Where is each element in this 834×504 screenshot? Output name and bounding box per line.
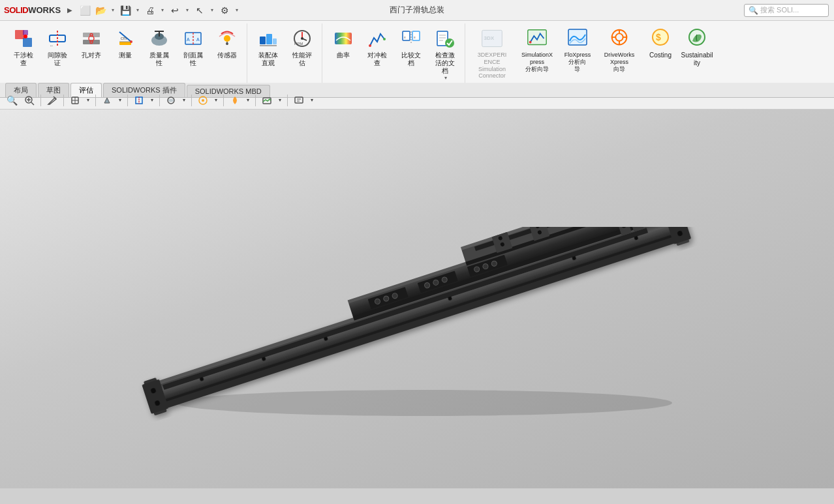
performance-icon: RPM [290,27,314,50]
new-button[interactable]: ⬜ [78,3,92,18]
svg-point-72 [202,99,204,102]
flopress-button[interactable]: FloXpress分析向导 [559,23,596,76]
flopress-label: FloXpress分析向导 [564,52,591,72]
svg-point-37 [383,38,386,40]
display-mode-dropdown[interactable]: ▾ [180,93,188,108]
sensors-button[interactable]: 传感器 [210,23,244,76]
costing-label: Costing [649,52,672,59]
view-orient-dropdown[interactable]: ▾ [84,93,92,108]
hole-align-label: 孔对齐 [82,52,101,59]
svg-rect-81 [155,234,685,411]
3dexperience-icon: 3DX [480,27,504,50]
svg-rect-1 [23,38,32,47]
interference-check-icon [12,27,35,50]
svg-point-54 [615,33,623,40]
display-mode-button[interactable] [163,93,179,108]
options-button[interactable]: ⚙ [217,3,232,18]
appearance-button[interactable] [227,93,243,108]
curvature-label: 曲率 [337,52,350,59]
driveworks-button[interactable]: DriveWorksXpress向导 [596,23,643,76]
curvature-button[interactable]: 曲率 [326,23,360,76]
assembly-view-button[interactable]: 装配体直观 [251,23,285,76]
performance-label: 性能评估 [292,52,312,67]
sketch-tools-button[interactable] [44,93,60,108]
print-dropdown[interactable]: ▾ [159,3,166,18]
display-style-button[interactable] [99,93,115,108]
display-style-dropdown[interactable]: ▾ [116,93,124,108]
compare-docs-button[interactable]: ≡ ≡ 比较文档 [394,23,428,76]
ribbon-tools: 干涉检查 ↔ 间隙验证 [0,21,834,83]
compare-docs-icon: ≡ ≡ [399,27,423,50]
search-input[interactable]: 搜索 SOLI... [760,5,799,15]
sensors-icon [215,27,239,50]
measure-icon: cm [114,27,137,50]
sustainability-label: Sustainability [681,52,713,67]
undo-button[interactable]: ↩ [168,3,182,18]
performance-button[interactable]: RPM 性能评估 [285,23,319,76]
save-button[interactable]: 💾 [118,3,132,18]
cursor-button[interactable]: ↖ [193,3,207,18]
sw-logo: SOLIDWORKS [0,1,65,20]
svg-rect-80 [155,231,683,405]
hole-align-button[interactable]: 孔对齐 [74,23,108,76]
svg-rect-29 [266,34,272,44]
expand-arrow[interactable]: ▶ [65,1,75,20]
simulation-xpress-button[interactable]: SimulationXpress分析向导 [515,23,559,76]
search-icon: 🔍 [749,6,758,15]
undo-dropdown[interactable]: ▾ [183,3,191,18]
curvature-icon [332,27,355,50]
interference-check-button[interactable]: 干涉检查 [7,23,40,76]
sustainability-icon [685,27,709,50]
svg-rect-30 [273,38,277,44]
separator-8 [255,95,256,106]
svg-rect-0 [15,30,24,39]
svg-rect-12 [119,42,131,45]
svg-text:3DX: 3DX [484,35,494,41]
zoom-to-fit-button[interactable]: 🔍 [4,93,20,108]
ribbon-group-design: 装配体直观 RPM 性能评估 [249,23,322,83]
svg-rect-35 [335,33,352,44]
check-active-button[interactable]: 检查激活的文档 ▾ [428,23,462,83]
deviation-label: 对冲检查 [367,52,387,67]
view-settings-button[interactable] [291,93,307,108]
display-options-button[interactable] [195,93,211,108]
save-dropdown[interactable]: ▾ [134,3,142,18]
deviation-icon [365,27,389,50]
open-dropdown[interactable]: ▾ [109,3,117,18]
cursor-dropdown[interactable]: ▾ [208,3,216,18]
assembly-view-icon [256,27,280,50]
clearance-verify-button[interactable]: ↔ 间隙验证 [40,23,74,76]
assembly-view-label: 装配体直观 [258,52,278,67]
ribbon-group-analysis: 干涉检查 ↔ 间隙验证 [4,23,247,83]
scenes-dropdown[interactable]: ▾ [276,93,284,108]
search-input-wrap[interactable]: 🔍 搜索 SOLI... [744,4,829,17]
svg-point-3 [23,35,27,38]
display-options-dropdown[interactable]: ▾ [212,93,220,108]
zoom-in-button[interactable] [22,93,37,108]
svg-rect-28 [260,37,266,44]
section-view-dropdown[interactable]: ▾ [148,93,156,108]
separator-9 [287,95,288,106]
view-orient-button[interactable] [67,93,83,108]
print-button[interactable]: 🖨 [143,3,157,18]
search-bar: 🔍 搜索 SOLI... [744,4,829,17]
hole-align-icon [80,27,103,50]
title-bar: SOLIDWORKS ▶ ⬜ 📂 ▾ 💾 ▾ 🖨 ▾ ↩ ▾ ↖ ▾ ⚙ ▾ 西… [0,0,834,21]
mass-properties-button[interactable]: 质量属性 [142,23,176,76]
appearance-dropdown[interactable]: ▾ [244,93,252,108]
section-properties-button[interactable]: A A 剖面属性 [176,23,210,76]
scenes-button[interactable] [259,93,275,108]
3dexperience-label: 3DEXPERIENCESimulationConnector [476,52,508,80]
check-active-dropdown[interactable]: ▾ [444,75,447,81]
open-button[interactable]: 📂 [93,3,108,18]
deviation-button[interactable]: 对冲检查 [360,23,394,76]
main-canvas[interactable] [0,110,834,488]
options-dropdown[interactable]: ▾ [233,3,241,18]
section-view-button[interactable] [131,93,147,108]
svg-text:A: A [196,37,200,42]
sustainability-button[interactable]: Sustainability [678,23,716,76]
view-settings-dropdown[interactable]: ▾ [308,93,316,108]
costing-button[interactable]: $ Costing [643,23,678,76]
solidworks-logo: SOLID [4,5,28,15]
measure-button[interactable]: cm 测量 [108,23,142,76]
